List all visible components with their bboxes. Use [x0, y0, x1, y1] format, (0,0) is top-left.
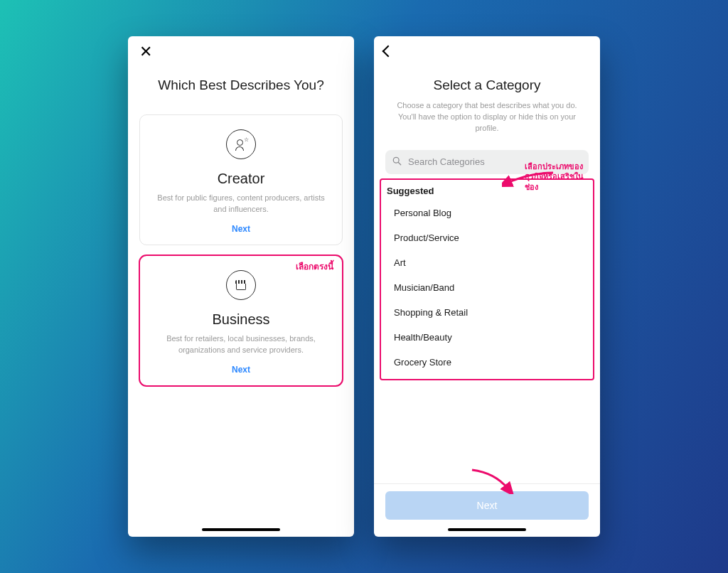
next-button[interactable]: Next	[385, 491, 589, 520]
category-art[interactable]: Art	[385, 250, 589, 275]
card-creator[interactable]: Creator Best for public figures, content…	[139, 114, 343, 245]
annotation-business: เลือกตรงนี้	[296, 262, 333, 273]
category-shopping-retail[interactable]: Shopping & Retail	[385, 300, 589, 325]
category-musician-band[interactable]: Musician/Band	[385, 275, 589, 300]
search-icon	[392, 156, 402, 168]
topbar	[374, 36, 600, 68]
suggested-block: Suggested Personal Blog Product/Service …	[381, 180, 593, 379]
close-icon[interactable]: ✕	[138, 44, 154, 60]
creator-icon	[226, 129, 256, 159]
divider	[374, 483, 600, 484]
home-indicator	[202, 528, 280, 531]
back-icon[interactable]	[384, 45, 392, 58]
screen-select-category: Select a Category Choose a category that…	[374, 36, 600, 537]
card-creator-title: Creator	[150, 171, 332, 187]
topbar: ✕	[128, 36, 354, 68]
cards-container: Creator Best for public figures, content…	[128, 93, 354, 386]
category-grocery-store[interactable]: Grocery Store	[385, 350, 589, 375]
suggested-header: Suggested	[385, 186, 589, 200]
search-input[interactable]	[385, 150, 589, 174]
card-business-next[interactable]: Next	[232, 365, 250, 375]
page-title: Which Best Describes You?	[128, 77, 354, 93]
category-personal-blog[interactable]: Personal Blog	[385, 200, 589, 225]
card-business-title: Business	[150, 311, 332, 328]
category-health-beauty[interactable]: Health/Beauty	[385, 325, 589, 350]
card-creator-next[interactable]: Next	[232, 224, 250, 234]
svg-line-1	[398, 162, 400, 164]
storefront-icon	[226, 270, 256, 300]
screen-describes-you: ✕ Which Best Describes You? Creator Best…	[128, 36, 354, 537]
category-product-service[interactable]: Product/Service	[385, 225, 589, 250]
search-wrap	[385, 150, 589, 174]
card-business[interactable]: เลือกตรงนี้ Business Best for retailers,…	[139, 255, 343, 386]
card-creator-desc: Best for public figures, content produce…	[150, 193, 332, 215]
page-subtitle: Choose a category that best describes wh…	[374, 100, 600, 134]
page-title: Select a Category	[374, 77, 600, 93]
svg-point-0	[393, 157, 399, 163]
card-business-desc: Best for retailers, local businesses, br…	[150, 333, 332, 356]
arrow-to-next-icon	[466, 467, 516, 494]
home-indicator	[448, 528, 526, 531]
